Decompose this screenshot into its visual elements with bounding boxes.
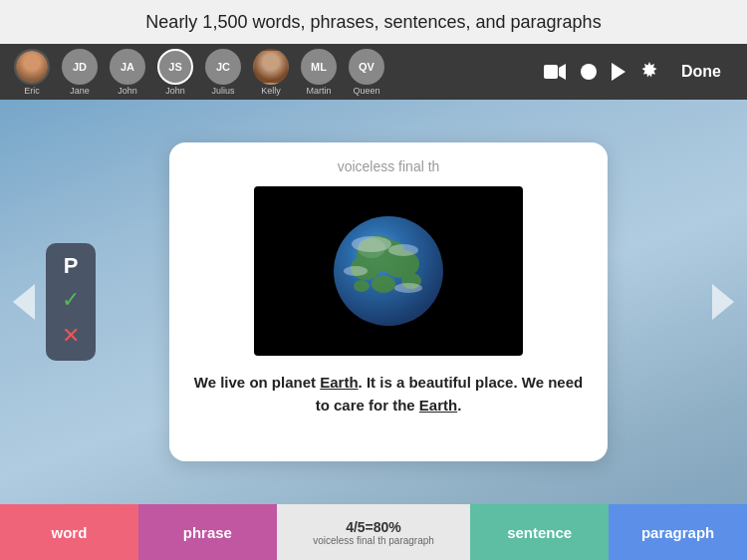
- avatar-circle-queen: QV: [349, 49, 384, 85]
- toolbar: Eric JD Jane JA John JS John JC: [0, 44, 747, 100]
- avatar-circle-martin: ML: [301, 49, 337, 85]
- card-earth-1: Earth: [320, 374, 358, 391]
- tab-sentence[interactable]: sentence: [470, 504, 609, 560]
- avatar-circle-john-ja: JA: [110, 49, 145, 85]
- card-image: [254, 186, 523, 356]
- tab-info-sublabel: voiceless final th paragraph: [313, 535, 434, 546]
- card-text: We live on planet Earth. It is a beautif…: [189, 372, 588, 417]
- avatar-julius[interactable]: JC Julius: [201, 49, 245, 96]
- card-subtitle: voiceless final th: [338, 158, 440, 174]
- avatar-label-kelly: Kelly: [261, 86, 281, 96]
- avatar-jane[interactable]: JD Jane: [58, 49, 102, 96]
- svg-marker-3: [612, 63, 625, 81]
- avatar-label-queen: Queen: [353, 86, 379, 96]
- toolbar-controls: Done: [544, 59, 729, 85]
- tab-phrase[interactable]: phrase: [138, 504, 277, 560]
- avatar-initials-john-js: JS: [168, 61, 181, 73]
- tab-paragraph-label: paragraph: [641, 524, 714, 541]
- avatar-queen[interactable]: QV Queen: [345, 49, 388, 96]
- avatar-label-eric: Eric: [24, 86, 40, 96]
- avatar-circle-julius: JC: [205, 49, 241, 85]
- svg-marker-20: [712, 284, 734, 320]
- app-area: Eric JD Jane JA John JS John JC: [0, 44, 747, 560]
- video-icon[interactable]: [544, 64, 566, 80]
- top-bar-title: Nearly 1,500 words, phrases, sentences, …: [145, 12, 601, 33]
- svg-point-12: [372, 275, 395, 293]
- svg-point-2: [581, 64, 597, 80]
- card-earth-2: Earth: [419, 397, 457, 414]
- tab-word-label: word: [52, 524, 88, 541]
- avatar-label-john-js: John: [165, 86, 185, 96]
- done-button[interactable]: Done: [673, 59, 729, 85]
- avatar-kelly[interactable]: Kelly: [249, 49, 293, 96]
- tab-word[interactable]: word: [0, 504, 138, 560]
- tab-phrase-label: phrase: [183, 524, 232, 541]
- avatar-initials-julius: JC: [216, 61, 230, 73]
- svg-point-16: [388, 244, 418, 256]
- avatar-label-julius: Julius: [211, 86, 234, 96]
- avatar-label-martin: Martin: [306, 86, 331, 96]
- svg-point-13: [354, 280, 370, 292]
- svg-point-17: [344, 266, 368, 276]
- avatar-initials-queen: QV: [359, 61, 374, 73]
- svg-marker-1: [559, 64, 566, 80]
- avatar-initials-martin: ML: [311, 61, 327, 73]
- x-button[interactable]: ✕: [62, 323, 80, 349]
- avatar-circle-eric: [14, 49, 50, 85]
- svg-marker-5: [13, 284, 35, 320]
- avatar-label-jane: Jane: [70, 86, 90, 96]
- avatar-initials-jane: JD: [73, 61, 87, 73]
- avatar-john-js[interactable]: JS John: [153, 49, 197, 96]
- record-icon[interactable]: [580, 63, 598, 81]
- avatar-john-ja[interactable]: JA John: [106, 49, 149, 96]
- arrow-right[interactable]: [705, 277, 741, 327]
- main-content: P ✓ ✕ voiceless final th: [0, 100, 747, 504]
- content-card: voiceless final th: [169, 142, 608, 461]
- avatar-circle-john-js: JS: [157, 49, 193, 85]
- avatar-eric[interactable]: Eric: [10, 49, 54, 96]
- tab-info[interactable]: 4/5=80% voiceless final th paragraph: [277, 504, 470, 560]
- avatar-initials-john-ja: JA: [121, 61, 134, 73]
- play-icon[interactable]: [612, 63, 625, 81]
- avatar-label-john-ja: John: [118, 86, 137, 96]
- face-photo-eric: [16, 51, 48, 83]
- avatar-martin[interactable]: ML Martin: [297, 49, 341, 96]
- card-text-we: We live on planet Earth. It is a beautif…: [194, 374, 583, 414]
- tab-paragraph[interactable]: paragraph: [609, 504, 747, 560]
- earth-svg: [324, 206, 453, 336]
- avatar-circle-kelly: [253, 49, 289, 85]
- tab-info-score: 4/5=80%: [346, 519, 401, 535]
- tab-sentence-label: sentence: [507, 524, 572, 541]
- arrow-left[interactable]: [6, 277, 42, 327]
- settings-icon[interactable]: [639, 62, 659, 82]
- side-panel: P ✓ ✕: [46, 243, 96, 361]
- svg-point-19: [358, 238, 385, 258]
- svg-rect-0: [544, 65, 558, 79]
- check-button[interactable]: ✓: [62, 287, 80, 313]
- avatar-circle-jane: JD: [62, 49, 98, 85]
- side-panel-letter: P: [64, 255, 79, 277]
- top-bar: Nearly 1,500 words, phrases, sentences, …: [0, 0, 747, 44]
- svg-point-18: [394, 283, 422, 293]
- bottom-tabs: word phrase 4/5=80% voiceless final th p…: [0, 504, 747, 560]
